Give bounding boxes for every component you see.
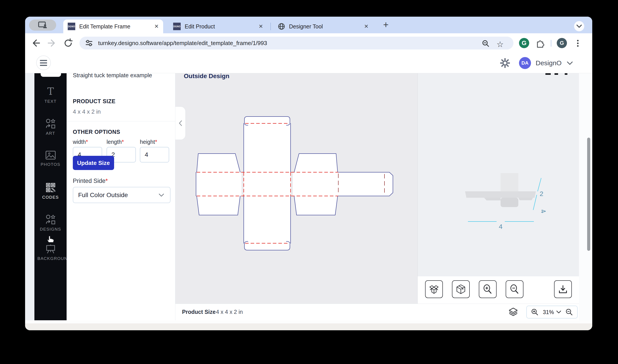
preview-zoom-out-button[interactable] [506, 280, 523, 298]
gear-icon[interactable] [500, 58, 510, 68]
globe-icon [278, 23, 285, 30]
tab-label: Designer Tool [289, 23, 359, 30]
rail-item-codes[interactable]: CODES [34, 182, 67, 200]
text-icon: T [46, 87, 56, 97]
printed-side-value: Full Color Outside [78, 192, 158, 199]
canvas-status-bar: Product Size 4 x 4 x 2 in 31% [175, 304, 579, 320]
rail-item-photos[interactable]: PHOTOS [34, 151, 67, 167]
status-product-size-value: 4 x 4 x 2 in [216, 309, 243, 315]
tab-strip-chevron-button[interactable] [574, 21, 584, 31]
length-label: length* [106, 139, 124, 145]
brand-chevron-down-icon[interactable] [567, 61, 573, 65]
tab-close-icon[interactable]: ✕ [154, 23, 159, 29]
bookmark-star-icon[interactable]: ☆ [497, 40, 504, 49]
page-scrollbar-thumb[interactable] [587, 138, 590, 251]
preview-zoom-in-button[interactable] [479, 280, 497, 298]
url-bar[interactable]: turnkey.designo.software/app/template/ed… [79, 37, 514, 50]
hamburger-menu-button[interactable] [36, 55, 51, 70]
zoom-in-icon [483, 284, 493, 294]
preview-3d-panel[interactable]: 2 4 4 [418, 73, 579, 276]
zoom-control: 31% [526, 306, 578, 318]
dgno-favicon: DGNO [68, 23, 75, 30]
tab-strip: DGNO Edit Template Frame ✕ DGNO Edit Pro… [25, 17, 592, 33]
rail-active-item-partial [41, 73, 61, 77]
page-scrollbar-track[interactable] [579, 73, 592, 320]
tab-divider [270, 23, 271, 30]
url-text[interactable]: turnkey.designo.software/app/template/ed… [98, 40, 267, 47]
toolbar-separator [551, 40, 551, 47]
zoom-out-icon[interactable] [565, 308, 573, 316]
window-bottom-chrome [25, 323, 592, 330]
product-size-value: 4 x 4 x 2 in [73, 108, 101, 115]
printed-side-label: Printed Side* [73, 178, 108, 184]
forward-icon[interactable] [47, 38, 57, 48]
status-product-size-label: Product Size [182, 309, 216, 315]
tool-rail: T TEXT ART PHOTOS [34, 73, 67, 320]
box-3d-preview[interactable]: 2 4 4 [455, 167, 566, 242]
brand-name[interactable]: DesignO [536, 59, 562, 67]
closed-box-view-button[interactable] [452, 280, 470, 298]
rail-item-background[interactable]: BACKGROUND [34, 244, 67, 261]
tab-close-icon[interactable]: ✕ [259, 23, 263, 29]
left-gutter [25, 73, 34, 320]
update-size-button[interactable]: Update Size [73, 156, 114, 170]
window-bottom-strip [25, 320, 592, 323]
reload-icon[interactable] [63, 38, 73, 48]
clipped-icon-fragment [554, 73, 558, 75]
canvas-side-title: Outside Design [184, 73, 229, 80]
height-input[interactable] [140, 147, 169, 162]
grammarly-extension-icon[interactable]: G [519, 38, 529, 48]
height-label: height* [140, 139, 157, 145]
kebab-menu-icon[interactable] [573, 39, 582, 48]
zoom-percentage[interactable]: 31% [543, 309, 554, 315]
browser-profile-avatar[interactable]: G [557, 38, 567, 48]
design-canvas[interactable]: Outside Design [175, 73, 418, 304]
photos-icon [45, 151, 56, 160]
clipped-icon-fragment [565, 73, 567, 75]
other-options-heading: OTHER OPTIONS [73, 129, 120, 135]
download-icon [558, 284, 568, 294]
extensions-puzzle-icon[interactable] [536, 39, 544, 48]
designs-shapes-icon [46, 214, 56, 225]
width-label: width* [73, 139, 88, 145]
printed-side-dropdown[interactable]: Full Color Outside [73, 187, 170, 203]
tab-label: Edit Template Frame [79, 23, 149, 30]
user-avatar[interactable]: DA [519, 57, 531, 69]
zoom-chevron-down-icon[interactable] [556, 311, 561, 314]
dropdown-chevron-icon [158, 193, 164, 197]
rail-item-art[interactable]: ART [34, 118, 67, 136]
tab-label: Edit Product [185, 23, 253, 30]
zoom-indicator-icon[interactable] [482, 40, 489, 47]
product-size-heading: PRODUCT SIZE [73, 98, 116, 104]
zoom-in-icon[interactable] [531, 308, 539, 316]
dieline-template-drawing[interactable] [195, 116, 397, 254]
hand-cursor-icon [46, 235, 54, 243]
preview-toolbar [418, 276, 579, 304]
open-box-view-button[interactable] [425, 280, 443, 298]
new-tab-button[interactable]: + [383, 20, 389, 30]
panel-collapse-handle[interactable] [175, 106, 186, 140]
screen-share-pill[interactable] [29, 20, 56, 31]
tab-designer-tool[interactable]: Designer Tool ✕ [273, 20, 373, 33]
tab-edit-product[interactable]: DGNO Edit Product ✕ [169, 20, 268, 33]
app-header: DA DesignO [25, 53, 592, 73]
site-settings-icon[interactable] [85, 39, 93, 47]
screen-person-icon [38, 21, 48, 29]
required-asterisk: * [105, 178, 108, 184]
clipped-icon-fragment [545, 73, 551, 75]
dimension-front: 4 [499, 223, 502, 230]
tab-edit-template-frame[interactable]: DGNO Edit Template Frame ✕ [63, 20, 163, 33]
tab-close-icon[interactable]: ✕ [364, 23, 369, 29]
download-preview-button[interactable] [554, 280, 572, 298]
back-icon[interactable] [31, 38, 41, 48]
browser-toolbar: turnkey.designo.software/app/template/ed… [25, 33, 592, 53]
rail-item-designs[interactable]: DESIGNS [34, 214, 67, 232]
browser-window: DGNO Edit Template Frame ✕ DGNO Edit Pro… [25, 17, 592, 330]
layers-icon[interactable] [508, 307, 518, 317]
chevron-left-icon [179, 120, 182, 126]
required-asterisk: * [155, 139, 157, 145]
rail-item-text[interactable]: T TEXT [34, 87, 67, 104]
panel-divider [67, 121, 175, 121]
zoom-out-icon [509, 284, 520, 294]
template-settings-panel: Straight tuck template example PRODUCT S… [67, 73, 175, 320]
